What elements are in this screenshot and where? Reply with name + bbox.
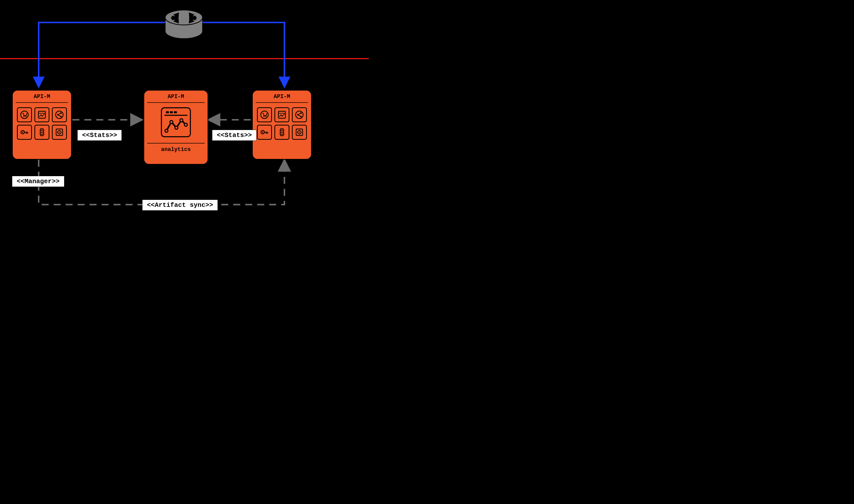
svg-point-73 — [299, 132, 300, 133]
svg-point-50 — [296, 111, 303, 119]
analytics-icon — [161, 107, 191, 137]
svg-point-45 — [261, 111, 268, 119]
apim-analytics-node: API-M analytics — [143, 90, 208, 165]
svg-rect-38 — [170, 111, 173, 113]
svg-point-40 — [165, 129, 168, 132]
cart-icon — [257, 107, 272, 122]
svg-point-22 — [41, 134, 43, 135]
svg-line-54 — [298, 113, 301, 114]
traffic-icon — [34, 125, 49, 140]
svg-point-5 — [25, 116, 27, 117]
svg-point-47 — [266, 116, 267, 117]
key-icon — [17, 125, 32, 140]
svg-line-55 — [298, 115, 301, 116]
svg-line-13 — [58, 115, 60, 116]
svg-point-4 — [23, 116, 25, 117]
artifact-sync-label: <<Artifact sync>> — [142, 200, 218, 211]
apim-center-title: API-M — [144, 91, 207, 102]
apim-left-title: API-M — [13, 91, 71, 102]
svg-line-12 — [58, 113, 60, 114]
svg-point-44 — [184, 123, 187, 126]
safe-icon — [52, 125, 67, 140]
key-icon — [257, 125, 272, 140]
svg-point-64 — [281, 134, 283, 135]
apim-center-sub: analytics — [144, 143, 207, 157]
apim-right-node: API-M — [252, 90, 312, 160]
svg-point-8 — [56, 111, 63, 119]
safe-icon — [292, 125, 307, 140]
router-icon — [165, 10, 203, 39]
chart-icon — [34, 107, 49, 122]
stats-right-label: <<Stats>> — [212, 130, 256, 141]
svg-point-21 — [41, 132, 43, 133]
analytics-body — [144, 103, 207, 139]
svg-point-46 — [264, 116, 265, 117]
svg-rect-39 — [174, 111, 177, 113]
share-icon — [52, 107, 67, 122]
apim-right-title: API-M — [253, 91, 311, 102]
svg-point-31 — [59, 132, 60, 133]
traffic-icon — [274, 125, 289, 140]
apim-right-icons — [253, 103, 311, 144]
router-to-left-line — [39, 22, 165, 86]
svg-point-57 — [262, 132, 264, 133]
chart-icon — [274, 107, 289, 122]
svg-rect-48 — [278, 111, 286, 118]
svg-point-43 — [180, 119, 183, 122]
stats-left-label: <<Stats>> — [77, 130, 122, 141]
svg-rect-37 — [166, 111, 169, 113]
svg-point-63 — [281, 132, 283, 133]
manager-label: <<Manager>> — [12, 176, 65, 187]
apim-left-node: API-M — [12, 90, 72, 160]
svg-point-41 — [170, 121, 173, 124]
svg-point-20 — [41, 130, 43, 131]
manager-artifact-line — [39, 160, 285, 204]
share-icon — [292, 107, 307, 122]
cart-icon — [17, 107, 32, 122]
diagram-stage: API-M API-M — [0, 0, 369, 218]
svg-point-62 — [281, 130, 283, 131]
router-to-right-line — [203, 22, 285, 86]
svg-point-15 — [22, 132, 23, 133]
svg-point-3 — [21, 111, 28, 119]
apim-left-icons — [13, 103, 71, 144]
svg-rect-6 — [38, 111, 46, 118]
svg-point-42 — [175, 126, 178, 129]
